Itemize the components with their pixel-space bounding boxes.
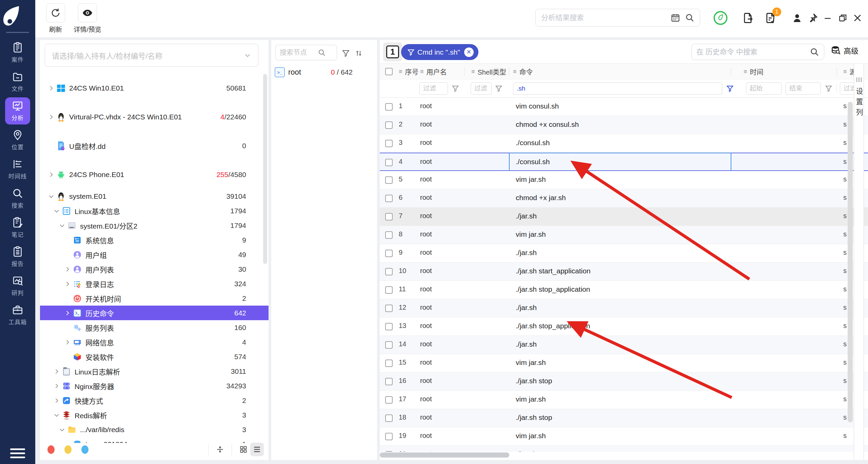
calendar-icon[interactable] bbox=[671, 13, 680, 22]
table-row-11[interactable]: 11root./jar.sh stop_applications bbox=[380, 281, 868, 299]
table-row-7[interactable]: 7root./jar.shs bbox=[380, 208, 868, 226]
tree-item-17[interactable]: LOGLinux日志解析3011 bbox=[40, 364, 269, 379]
cell-command[interactable]: ./jar.sh stop bbox=[516, 377, 552, 385]
row-checkbox[interactable] bbox=[385, 433, 393, 440]
collapse-all-icon[interactable] bbox=[213, 443, 227, 456]
tree-item-15[interactable]: 网络信息4 bbox=[40, 335, 269, 349]
holder-filter-select[interactable]: 请选择/输入持有人/检材编号/名称 bbox=[45, 44, 258, 67]
row-checkbox[interactable] bbox=[385, 121, 393, 129]
tree-item-16[interactable]: 安装软件574 bbox=[40, 349, 269, 364]
cell-command[interactable]: vim jar.sh bbox=[516, 359, 546, 367]
row-checkbox[interactable] bbox=[385, 360, 393, 367]
sidebar-item-location[interactable]: 位置 bbox=[0, 125, 35, 155]
cell-command[interactable]: ./jar.sh stop_application bbox=[516, 285, 590, 293]
chevron-down-icon[interactable] bbox=[52, 412, 61, 419]
row-checkbox[interactable] bbox=[385, 286, 393, 294]
cell-command[interactable]: ./consul.sh bbox=[516, 139, 550, 147]
chevron-right-icon[interactable] bbox=[47, 171, 56, 178]
chevron-right-icon[interactable] bbox=[47, 85, 56, 92]
sidebar-item-report[interactable]: 报告 bbox=[0, 242, 35, 271]
row-checkbox[interactable] bbox=[385, 213, 393, 220]
sidebar-item-judge[interactable]: 研判 bbox=[0, 271, 35, 301]
row-checkbox[interactable] bbox=[385, 250, 393, 257]
chevron-right-icon[interactable] bbox=[63, 266, 72, 273]
row-checkbox[interactable] bbox=[385, 305, 393, 312]
table-row-14[interactable]: 14root./jar.shs bbox=[380, 336, 868, 354]
filter-user-input[interactable] bbox=[419, 82, 448, 95]
table-row-9[interactable]: 9root./jar.shs bbox=[380, 244, 868, 263]
cell-command[interactable]: vim jar.sh bbox=[516, 230, 546, 238]
minimize-button[interactable] bbox=[821, 11, 835, 25]
col-header-seq[interactable]: ≡序号 bbox=[399, 64, 419, 79]
node-sort-icon[interactable] bbox=[354, 48, 364, 58]
row-checkbox[interactable] bbox=[385, 341, 393, 349]
chevron-down-icon[interactable] bbox=[47, 193, 56, 200]
cell-command[interactable]: chmod +x jar.sh bbox=[516, 194, 566, 202]
pin-icon[interactable] bbox=[806, 11, 820, 25]
table-row-8[interactable]: 8rootvim jar.shs bbox=[380, 226, 868, 244]
row-checkbox[interactable] bbox=[385, 140, 393, 147]
chevron-right-icon[interactable] bbox=[63, 310, 72, 316]
tree-item-14[interactable]: 服务列表160 bbox=[40, 320, 269, 335]
chevron-down-icon[interactable] bbox=[58, 426, 66, 433]
tree-scrollbar[interactable] bbox=[263, 74, 267, 264]
grid-view-icon[interactable] bbox=[237, 443, 250, 456]
chevron-right-icon[interactable] bbox=[52, 397, 61, 404]
filter-cmd-input[interactable] bbox=[513, 82, 722, 95]
cell-command[interactable]: vim jar.sh bbox=[516, 395, 546, 403]
cell-command[interactable]: ./jar.sh bbox=[516, 212, 537, 220]
table-row-20[interactable]: 20root./jar.shs bbox=[380, 446, 868, 452]
sidebar-item-analysis[interactable]: 分析 bbox=[0, 96, 35, 125]
col-header-cmd[interactable]: ≡命令 bbox=[513, 64, 533, 79]
node-row-root[interactable]: >_ root 0 / 642 bbox=[271, 65, 377, 79]
table-search-input[interactable] bbox=[696, 48, 810, 56]
cell-command[interactable]: ./jar.sh bbox=[516, 340, 537, 348]
list-view-icon[interactable] bbox=[250, 443, 264, 456]
tree-item-9[interactable]: 用户组49 bbox=[40, 247, 269, 262]
cell-command[interactable]: ./jar.sh stop_application bbox=[516, 322, 590, 330]
funnel-icon-active[interactable] bbox=[726, 85, 734, 92]
table-row-4[interactable]: 4root./consul.shs bbox=[380, 153, 868, 171]
col-header-time[interactable]: ≡时间 bbox=[744, 64, 764, 79]
chevron-right-icon[interactable] bbox=[63, 339, 72, 346]
row-checkbox[interactable] bbox=[385, 378, 393, 385]
table-row-10[interactable]: 10root./jar.sh start_applications bbox=[380, 263, 868, 281]
chevron-right-icon[interactable] bbox=[47, 114, 56, 120]
tree-item-1[interactable]: 24CS Win10.E0150681 bbox=[40, 74, 269, 102]
funnel-icon[interactable] bbox=[825, 85, 832, 92]
filter-chip-close-icon[interactable]: ✕ bbox=[464, 47, 474, 57]
result-tab-1[interactable]: 1 bbox=[383, 42, 402, 61]
table-vertical-scrollbar[interactable] bbox=[848, 102, 853, 422]
export-file-icon[interactable] bbox=[741, 11, 755, 25]
tree-item-8[interactable]: 系统信息9 bbox=[40, 233, 269, 247]
tree-item-12[interactable]: 开关机时间2 bbox=[40, 291, 269, 306]
filter-shell-input[interactable] bbox=[471, 82, 492, 95]
tree-item-19[interactable]: 快捷方式2 bbox=[40, 393, 269, 408]
sidebar-item-toolbox[interactable]: 工具箱 bbox=[0, 301, 35, 330]
row-checkbox[interactable] bbox=[385, 268, 393, 275]
tree-item-10[interactable]: 用户列表30 bbox=[40, 262, 269, 276]
column-settings-strip[interactable]: 设置列 bbox=[854, 64, 864, 460]
tree-item-7[interactable]: system.E01/分区21794 bbox=[40, 218, 269, 233]
table-row-17[interactable]: 17rootvim jar.shs bbox=[380, 391, 868, 409]
row-checkbox[interactable] bbox=[385, 323, 393, 330]
tree-item-6[interactable]: Linux基本信息1794 bbox=[40, 204, 269, 218]
tree-item-5[interactable]: system.E0139104 bbox=[40, 189, 269, 204]
filter-time-end-input[interactable] bbox=[786, 82, 821, 95]
tree-item-18[interactable]: Nginx服务器34293 bbox=[40, 379, 269, 393]
table-row-16[interactable]: 16root./jar.sh stops bbox=[380, 372, 868, 391]
tree-item-3[interactable]: ?U盘检材.dd0 bbox=[40, 131, 269, 160]
filter-chip[interactable]: Cmd inc ".sh" ✕ bbox=[401, 44, 478, 60]
user-account-icon[interactable] bbox=[790, 11, 804, 25]
tree-item-21[interactable]: .../var/lib/redis3 bbox=[40, 422, 269, 437]
col-header-shell[interactable]: ≡Shell类型 bbox=[471, 64, 506, 79]
search-icon[interactable] bbox=[810, 47, 819, 57]
cell-command[interactable]: ./jar.sh start_application bbox=[516, 267, 591, 275]
refresh-button[interactable] bbox=[46, 3, 65, 22]
node-search-input[interactable] bbox=[280, 49, 318, 57]
cell-command[interactable]: ./jar.sh bbox=[516, 249, 537, 257]
table-row-5[interactable]: 5rootvim jar.shs bbox=[380, 171, 868, 189]
menu-hamburger-icon[interactable] bbox=[10, 448, 25, 461]
row-checkbox[interactable] bbox=[385, 103, 393, 111]
row-checkbox[interactable] bbox=[385, 414, 393, 422]
